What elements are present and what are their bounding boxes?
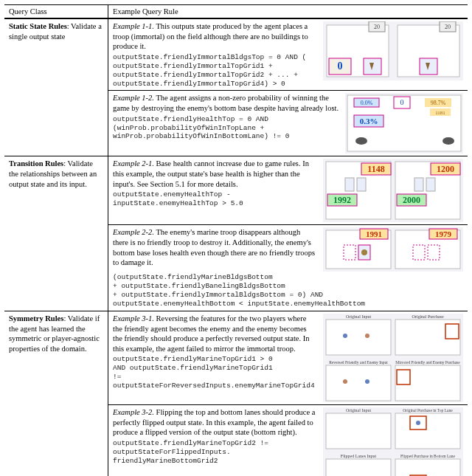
svg-rect-22 — [345, 178, 354, 191]
group-symmetry: Symmetry Rules: Validate if the agent ha… — [4, 311, 468, 476]
ship-icon — [355, 137, 367, 145]
svg-rect-39 — [395, 365, 460, 401]
header-example: Example Query Rule — [108, 5, 468, 18]
figure-thumbnail: 1148 1200 1992 2000 — [323, 159, 463, 222]
group-label: Transition Rules: Validate the relations… — [4, 156, 108, 311]
svg-rect-37 — [395, 320, 460, 355]
example-1-2: Example 1-2. The agent assigns a non-zer… — [108, 90, 468, 156]
fig-label: Original Input — [346, 314, 371, 319]
val-a: 1148 — [367, 164, 384, 174]
group-static-state: Static State Rules: Validate a single ou… — [4, 18, 468, 156]
troop-icon — [361, 249, 367, 255]
example-code: (outputState.friendlyMarineBldgsBottom +… — [113, 273, 463, 308]
example-2-1: Example 2-1. Base health cannot increase… — [108, 156, 468, 224]
val: 0 — [400, 98, 404, 106]
figure-thumbnail: 0.0% 0 98.7% 1181 0.3% — [345, 93, 463, 154]
example-3-1: Example 3-1. Reversing the features for … — [108, 311, 468, 404]
svg-rect-43 — [326, 413, 391, 449]
group-title: Symmetry Rules — [9, 314, 63, 322]
pct: 0.3% — [360, 117, 378, 125]
example-text: Example 1-1. This outputs state produced… — [113, 21, 320, 88]
svg-rect-36 — [326, 320, 391, 355]
group-title: Transition Rules — [9, 159, 63, 168]
figure-thumbnail: Original Input Original Purchase in Top … — [323, 407, 463, 476]
examples-container: Example 1-1. This outputs state produced… — [108, 19, 468, 156]
val-c: 1992 — [333, 195, 351, 205]
example-code: outputState.friendlyImmortalBldgsTop = 0… — [113, 53, 317, 89]
group-transition: Transition Rules: Validate the relations… — [4, 156, 468, 311]
unit-icon — [365, 379, 369, 384]
figure-thumbnail: 1991 1979 — [323, 227, 463, 272]
fig-label: Mirrored Friendly and Enemy Purchase — [395, 360, 460, 365]
val-a: 1991 — [366, 230, 382, 238]
example-text: Example 3-2. Flipping the top and bottom… — [113, 407, 320, 476]
examples-container: Example 3-1. Reversing the features for … — [108, 311, 468, 476]
example-num: Example 1-1. — [113, 22, 154, 30]
figure-thumbnail: Original Input Original Purchase Reverse… — [323, 314, 463, 402]
fig-label: Original Purchase — [412, 314, 443, 319]
header-query-class: Query Class — [4, 5, 108, 18]
example-text: Example 2-1. Base health cannot increase… — [113, 159, 320, 222]
unit-icon — [343, 334, 347, 338]
ship-icon — [442, 137, 454, 145]
unit-icon — [416, 421, 420, 425]
fig-label: Flipped Lanes Input — [341, 454, 377, 458]
group-label: Symmetry Rules: Validate if the agent ha… — [4, 311, 108, 476]
examples-container: Example 2-1. Base health cannot increase… — [108, 156, 468, 311]
unit-icon — [343, 379, 347, 384]
val-b: 1200 — [437, 164, 454, 174]
example-code: outputState.friendlyMarineTopGrid2 != ou… — [113, 439, 317, 466]
example-code: outputState.friendlyHealthTop = 0 AND (w… — [113, 115, 339, 142]
fig-tag: 20 — [374, 24, 380, 30]
example-num: Example 1-2. — [113, 94, 154, 102]
svg-rect-44 — [395, 413, 460, 449]
example-2-2: Example 2-2. The enemy's marine troop di… — [108, 224, 468, 311]
example-num: Example 2-2. — [113, 228, 154, 236]
svg-rect-23 — [357, 178, 366, 191]
example-3-2: Example 3-2. Flipping the top and bottom… — [108, 404, 468, 476]
example-num: Example 2-1. — [113, 159, 154, 168]
example-text: Example 3-1. Reversing the features for … — [113, 314, 320, 402]
val-b: 1979 — [435, 230, 452, 238]
svg-rect-24 — [414, 178, 423, 191]
unit-icon — [365, 334, 369, 338]
example-text: Example 2-2. The enemy's marine troop di… — [113, 227, 320, 272]
svg-rect-45 — [326, 459, 391, 476]
pct: 98.7% — [431, 100, 446, 106]
example-1-1: Example 1-1. This outputs state produced… — [108, 19, 468, 90]
fig-tag: 20 — [445, 24, 451, 30]
svg-rect-25 — [426, 178, 435, 191]
pct: 0.0% — [361, 100, 373, 106]
table-header: Query Class Example Query Rule — [4, 5, 468, 18]
example-code: outputState.friendlyMarineTopGrid1 > 0 A… — [113, 355, 317, 390]
group-label: Static State Rules: Validate a single ou… — [4, 19, 108, 156]
fig-label: Original Input — [346, 408, 371, 413]
example-text: Example 1-2. The agent assigns a non-zer… — [113, 93, 342, 154]
svg-rect-38 — [326, 365, 391, 401]
example-num: Example 3-1. — [113, 314, 154, 322]
fig-num: 0 — [338, 61, 343, 72]
fig-label: Original Purchase in Top Lane — [403, 408, 453, 413]
example-num: Example 3-2. — [113, 408, 154, 416]
extra: 1181 — [435, 110, 445, 116]
fig-label: Reversed Friendly and Enemy Input — [329, 360, 388, 365]
fig-label: Flipped Purchase in Bottom Lane — [400, 454, 455, 458]
query-rules-table: Query Class Example Query Rule Static St… — [4, 4, 468, 476]
val-d: 2000 — [403, 195, 420, 205]
figure-thumbnail: 20 20 0 — [323, 21, 463, 88]
group-title: Static State Rules — [9, 22, 67, 30]
svg-rect-46 — [395, 459, 460, 476]
example-code: outputState.enemyHealthTop - inputState.… — [113, 190, 317, 208]
